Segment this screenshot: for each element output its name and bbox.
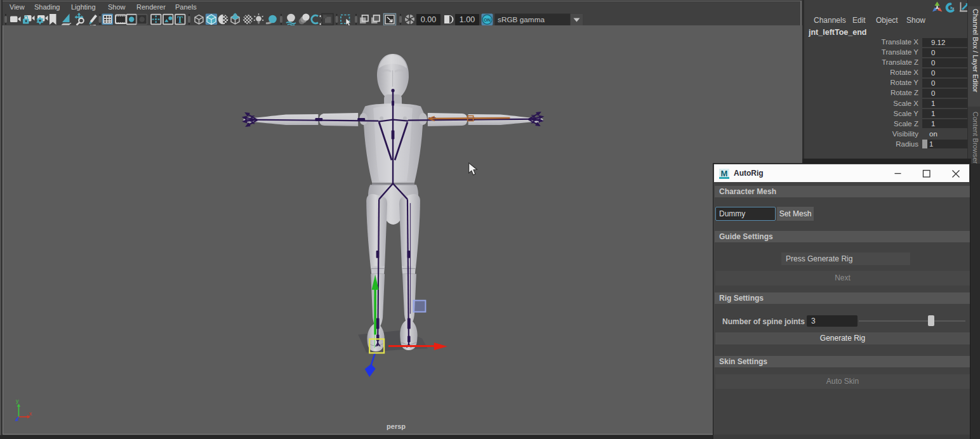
svg-text:ON: ON	[484, 17, 491, 23]
svg-text:x: x	[29, 410, 32, 417]
svg-text:T: T	[177, 15, 183, 25]
svg-text:persp: persp	[387, 423, 406, 430]
svg-text:0.00: 0.00	[421, 15, 436, 24]
svg-text:sRGB gamma: sRGB gamma	[498, 15, 545, 24]
svg-text:1.00: 1.00	[460, 15, 475, 24]
svg-text:y: y	[16, 398, 19, 404]
